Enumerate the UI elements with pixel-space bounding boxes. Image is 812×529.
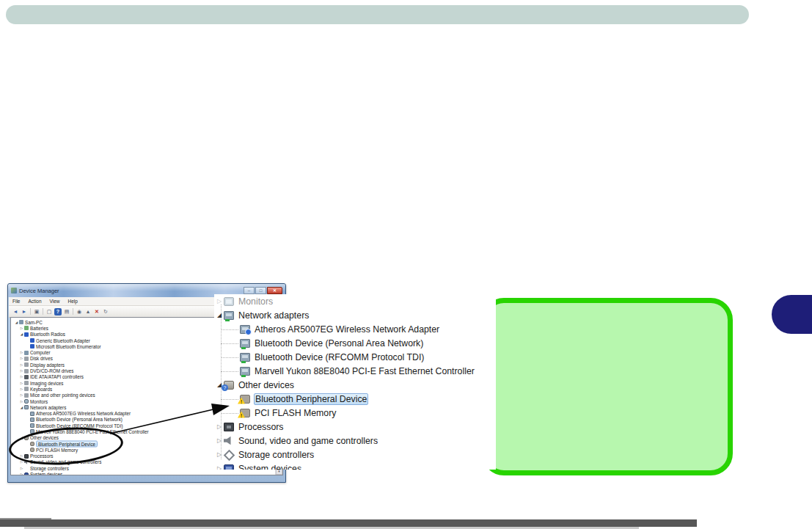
device-row[interactable]: PCI FLASH Memory [214, 406, 496, 420]
device-manager-icon [11, 288, 17, 293]
keyboard-icon [24, 387, 29, 391]
expand-icon[interactable]: ▷ [215, 465, 224, 470]
device-label: Processors [238, 422, 285, 432]
mouse-icon [24, 393, 29, 398]
minimize-button[interactable]: – [244, 287, 255, 294]
nic-icon [224, 311, 234, 320]
search-icon[interactable]: ◉ [76, 308, 83, 315]
help-icon[interactable]: ? [54, 308, 62, 315]
device-label: Other devices [238, 380, 295, 390]
maximize-button[interactable]: □ [255, 287, 266, 294]
expand-icon[interactable]: ▷ [19, 363, 24, 367]
bluetooth-icon [24, 332, 29, 337]
window-title: Device Manager [19, 288, 244, 294]
device-row[interactable]: Bluetooth Device (Personal Area Network) [214, 336, 496, 350]
toolbar-separator [43, 308, 43, 315]
nic-icon [24, 405, 29, 409]
device-label: Keyboards [30, 386, 52, 391]
uninstall-icon[interactable]: ✕ [93, 308, 100, 315]
device-row[interactable]: ◢Other devices [214, 378, 496, 392]
ide-icon [24, 375, 29, 379]
device-row[interactable]: Bluetooth Device (RFCOMM Protocol TDI) [214, 350, 496, 364]
expand-icon[interactable]: ▷ [19, 400, 24, 404]
list-icon[interactable]: ▤ [63, 308, 70, 315]
computer-icon [24, 351, 29, 355]
expand-icon[interactable]: ▷ [215, 451, 224, 458]
device-row[interactable]: ▷Storage controllers [214, 448, 496, 461]
expand-icon[interactable]: ▷ [215, 423, 224, 430]
device-row[interactable]: Marvell Yukon 88E8040 PCI-E Fast Etherne… [214, 364, 496, 378]
expand-icon[interactable]: ▷ [19, 393, 24, 397]
device-label: Disk drives [30, 356, 53, 361]
device-label: Batteries [30, 325, 48, 330]
device-row[interactable]: Bluetooth Peripheral Device [214, 392, 496, 406]
device-row[interactable]: ◢Network adapters [214, 308, 496, 322]
nic-icon [240, 339, 250, 348]
device-label: System devices [30, 472, 62, 475]
expand-icon[interactable]: ▷ [19, 382, 24, 385]
device-label: PCI FLASH Memory [254, 408, 337, 418]
device-row[interactable]: ▷Monitors [214, 294, 496, 308]
chip-icon [224, 423, 234, 431]
collapse-icon[interactable]: ◢ [215, 312, 224, 318]
expand-icon[interactable]: ▷ [19, 473, 24, 475]
expand-icon[interactable]: ▷ [19, 357, 24, 360]
storage-icon [24, 466, 29, 470]
device-label: Marvell Yukon 88E8040 PCI-E Fast Etherne… [254, 366, 475, 376]
device-label: Imaging devices [30, 380, 64, 385]
expand-icon[interactable]: ▷ [19, 467, 24, 470]
menu-item-action[interactable]: Action [28, 299, 41, 304]
expand-icon[interactable]: ▷ [19, 351, 24, 354]
device-row[interactable]: ▷System devices [12, 471, 275, 475]
device-label: Bluetooth Device (Personal Area Network) [254, 338, 424, 349]
device-label: System devices [238, 464, 302, 470]
scan-icon[interactable]: ↻ [102, 308, 109, 315]
computer-icon [19, 320, 23, 324]
menu-item-view[interactable]: View [50, 299, 60, 304]
expand-icon[interactable]: ▷ [19, 326, 24, 330]
footer-bar [0, 519, 697, 527]
device-label: Storage controllers [238, 450, 315, 460]
warn-icon [240, 395, 250, 404]
device-row[interactable]: ▷Sound, video and game controllers [214, 434, 496, 448]
system-icon [224, 464, 234, 470]
frame-icon[interactable]: ▣ [33, 308, 40, 315]
expand-icon[interactable]: ▷ [19, 387, 24, 391]
device-row[interactable]: Atheros AR5007EG Wireless Network Adapte… [214, 322, 496, 336]
expand-icon[interactable]: ▷ [215, 437, 224, 444]
nic-wifi-icon [30, 412, 34, 416]
bluetooth-icon [30, 344, 34, 349]
device-label: Bluetooth Device (Personal Area Network) [36, 417, 122, 422]
document-icon[interactable]: ▢ [45, 308, 53, 315]
device-label: Computer [30, 350, 51, 355]
nic-icon [30, 417, 34, 422]
battery-icon [24, 326, 29, 330]
device-row[interactable]: ▷System devices [214, 461, 496, 470]
magnified-device-tree: ▷Monitors◢Network adaptersAtheros AR5007… [214, 294, 496, 470]
device-label: Atheros AR5007EG Wireless Network Adapte… [254, 324, 440, 335]
dvd-icon [24, 369, 29, 373]
menu-item-file[interactable]: File [12, 299, 20, 304]
back-icon[interactable]: ◄ [12, 308, 19, 315]
device-row[interactable]: ▷Processors [214, 420, 496, 434]
menu-item-help[interactable]: Help [68, 299, 78, 304]
device-label: Sound, video and game controllers [238, 436, 378, 446]
nic-wifi-icon [240, 325, 250, 334]
system-icon [24, 473, 29, 475]
collapse-icon[interactable]: ◢ [14, 321, 19, 324]
device-label: Storage controllers [30, 465, 69, 470]
device-label: Atheros AR5007EG Wireless Network Adapte… [36, 411, 131, 416]
toolbar-separator [73, 308, 73, 315]
nic-icon [30, 423, 34, 428]
driver-update-icon[interactable]: ▲ [84, 308, 92, 315]
expand-icon[interactable]: ▷ [215, 298, 224, 304]
forward-icon[interactable]: ► [21, 308, 28, 315]
collapse-icon[interactable]: ◢ [19, 406, 24, 409]
close-button[interactable]: ✕ [267, 287, 282, 294]
page-header-bar [6, 5, 749, 24]
expand-icon[interactable]: ▷ [19, 375, 24, 379]
collapse-icon[interactable]: ◢ [19, 332, 24, 336]
imaging-icon [24, 381, 29, 385]
device-label: Network adapters [238, 310, 310, 321]
expand-icon[interactable]: ▷ [19, 369, 24, 373]
